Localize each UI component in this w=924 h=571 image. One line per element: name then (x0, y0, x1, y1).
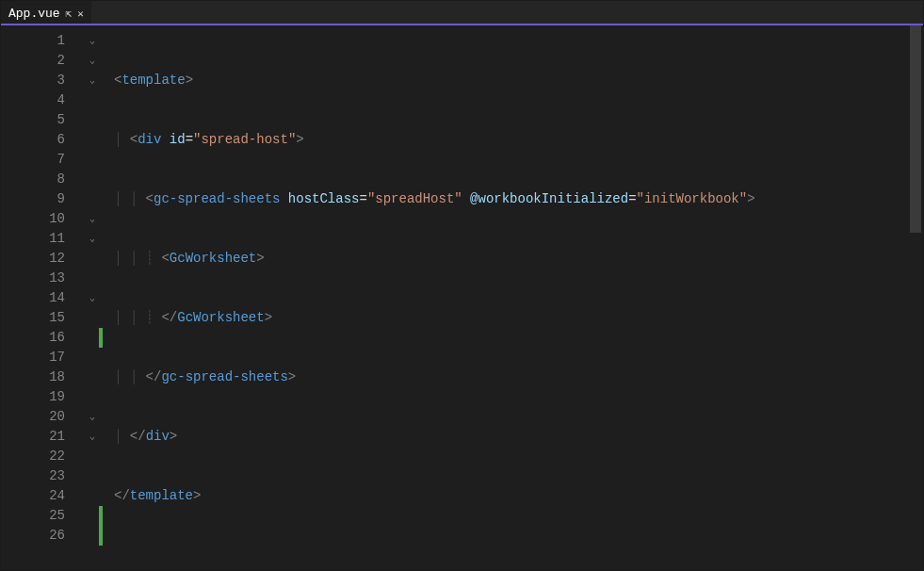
line-number: 4 (1, 90, 86, 110)
pin-icon[interactable]: ⇱ (66, 8, 73, 20)
fold-toggle (86, 506, 99, 526)
change-marker (99, 466, 103, 486)
fold-toggle (86, 110, 99, 130)
vertical-scrollbar[interactable] (908, 25, 923, 570)
close-icon[interactable]: ✕ (77, 8, 84, 20)
fold-toggle (86, 466, 99, 486)
change-marker (99, 506, 103, 526)
fold-toggle (86, 150, 99, 170)
fold-toggle (86, 308, 99, 328)
line-number: 12 (1, 249, 86, 269)
change-marker (99, 170, 103, 189)
change-marker (99, 308, 103, 328)
code-line: │ <div id="spread-host"> (114, 130, 908, 150)
line-number: 8 (1, 170, 86, 189)
fold-toggle (86, 486, 99, 506)
change-marker (99, 110, 103, 130)
line-number: 14 (1, 288, 86, 308)
fold-toggle (86, 447, 99, 466)
change-marker (99, 130, 103, 150)
code-editor: App.vue ⇱ ✕ 1234567891011121314151617181… (0, 0, 924, 571)
fold-toggle[interactable]: ⌄ (86, 209, 99, 229)
change-marker (99, 269, 103, 288)
line-number: 23 (1, 466, 86, 486)
fold-toggle[interactable]: ⌄ (86, 229, 99, 249)
line-number: 25 (1, 506, 86, 526)
line-number: 26 (1, 526, 86, 546)
change-marker (99, 407, 103, 427)
fold-toggle (86, 387, 99, 407)
fold-toggle (86, 328, 99, 348)
fold-toggle (86, 348, 99, 367)
change-marker (99, 367, 103, 387)
change-marker (99, 526, 103, 546)
fold-toggle (86, 90, 99, 110)
fold-toggle[interactable]: ⌄ (86, 288, 99, 308)
fold-toggle[interactable]: ⌄ (86, 71, 99, 90)
fold-toggle (86, 130, 99, 150)
code-line: │ │ ┊ <GcWorksheet> (114, 249, 908, 269)
change-marker (99, 328, 103, 348)
line-number: 1 (1, 31, 86, 51)
line-number: 10 (1, 209, 86, 229)
editor-body: 1234567891011121314151617181920212223242… (1, 25, 923, 570)
change-marker (99, 90, 103, 110)
fold-toggle (86, 249, 99, 269)
code-line: │ │ ┊ </GcWorksheet> (114, 308, 908, 328)
change-marker (99, 189, 103, 209)
tab-filename: App.vue (8, 7, 60, 21)
line-number: 11 (1, 229, 86, 249)
fold-toggle (86, 170, 99, 189)
change-marker (99, 348, 103, 367)
change-marker (99, 51, 103, 71)
line-number: 3 (1, 71, 86, 90)
code-area[interactable]: <template> │ <div id="spread-host"> │ │ … (86, 25, 908, 570)
line-number: 17 (1, 348, 86, 367)
fold-toggle (86, 367, 99, 387)
change-marker (99, 387, 103, 407)
file-tab-app-vue[interactable]: App.vue ⇱ ✕ (1, 1, 91, 24)
fold-toggle[interactable]: ⌄ (86, 427, 99, 447)
code-line: <template> (114, 71, 908, 90)
scroll-thumb[interactable] (910, 25, 921, 233)
change-marker (99, 447, 103, 466)
code-line: │ │ </gc-spread-sheets> (114, 367, 908, 387)
line-number: 22 (1, 447, 86, 466)
line-number: 21 (1, 427, 86, 447)
line-number: 15 (1, 308, 86, 328)
code-line: </template> (114, 486, 908, 506)
line-number: 18 (1, 367, 86, 387)
change-marker (99, 71, 103, 90)
line-number: 20 (1, 407, 86, 427)
line-number: 9 (1, 189, 86, 209)
change-marker (99, 150, 103, 170)
code-line (114, 546, 908, 565)
change-marker (99, 209, 103, 229)
line-number: 13 (1, 269, 86, 288)
line-number: 2 (1, 51, 86, 71)
fold-column: ⌄⌄⌄⌄⌄⌄⌄⌄ (86, 31, 99, 546)
fold-toggle[interactable]: ⌄ (86, 407, 99, 427)
line-number: 24 (1, 486, 86, 506)
line-number-gutter: 1234567891011121314151617181920212223242… (1, 25, 86, 570)
fold-toggle[interactable]: ⌄ (86, 51, 99, 71)
line-number: 7 (1, 150, 86, 170)
line-number: 16 (1, 328, 86, 348)
change-marker (99, 486, 103, 506)
change-marker (99, 31, 103, 51)
code-line: │ </div> (114, 427, 908, 447)
line-number: 5 (1, 110, 86, 130)
code-line: │ │ <gc-spread-sheets hostClass="spreadH… (114, 189, 908, 209)
fold-toggle (86, 189, 99, 209)
change-marker (99, 249, 103, 269)
change-marker (99, 288, 103, 308)
fold-toggle (86, 269, 99, 288)
fold-toggle[interactable]: ⌄ (86, 31, 99, 51)
line-number: 6 (1, 130, 86, 150)
line-number: 19 (1, 387, 86, 407)
fold-toggle (86, 526, 99, 546)
change-marker (99, 229, 103, 249)
change-marker (99, 427, 103, 447)
change-indicator-column (99, 31, 103, 546)
tab-bar: App.vue ⇱ ✕ (1, 1, 923, 25)
